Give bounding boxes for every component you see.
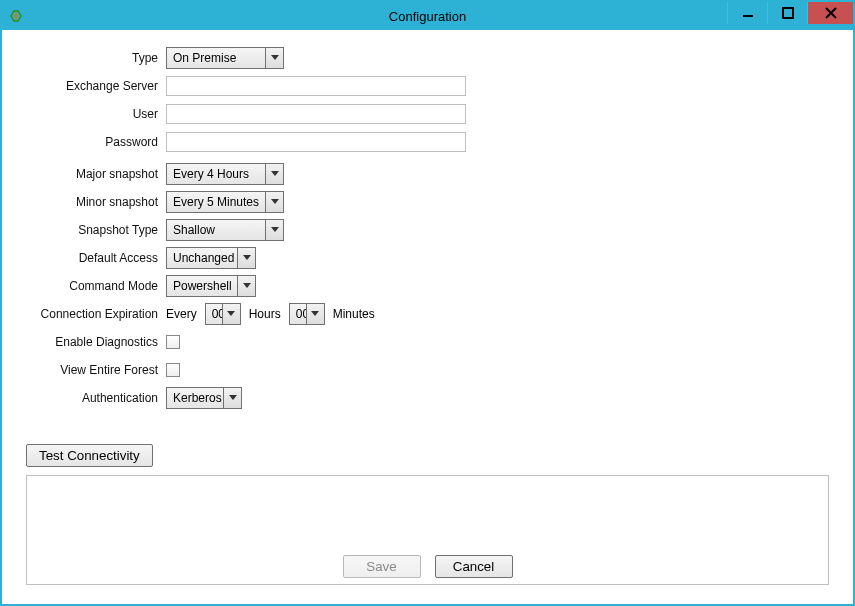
- default-access-select[interactable]: Unchanged: [166, 247, 256, 269]
- titlebar: Configuration: [2, 2, 853, 30]
- app-icon: [8, 8, 24, 24]
- svg-rect-1: [783, 8, 793, 18]
- chevron-down-icon: [237, 276, 255, 296]
- minor-snapshot-label: Minor snapshot: [26, 195, 166, 209]
- authentication-select[interactable]: Kerberos: [166, 387, 242, 409]
- snapshot-type-value: Shallow: [167, 220, 265, 240]
- password-label: Password: [26, 135, 166, 149]
- configuration-window: Configuration Type On Premise Ex: [0, 0, 855, 606]
- connection-minutes-select[interactable]: 00: [289, 303, 325, 325]
- close-icon: [825, 7, 837, 19]
- enable-diagnostics-checkbox[interactable]: [166, 335, 180, 349]
- view-entire-forest-checkbox[interactable]: [166, 363, 180, 377]
- connection-hours-text: Hours: [249, 307, 281, 321]
- user-input[interactable]: [166, 104, 466, 124]
- type-label: Type: [26, 51, 166, 65]
- connection-minutes-value: 00: [290, 304, 306, 324]
- type-select[interactable]: On Premise: [166, 47, 284, 69]
- connection-hours-select[interactable]: 00: [205, 303, 241, 325]
- major-snapshot-label: Major snapshot: [26, 167, 166, 181]
- save-button[interactable]: Save: [343, 555, 421, 578]
- cancel-button[interactable]: Cancel: [435, 555, 513, 578]
- connection-every-text: Every: [166, 307, 197, 321]
- major-snapshot-select[interactable]: Every 4 Hours: [166, 163, 284, 185]
- chevron-down-icon: [265, 48, 283, 68]
- enable-diagnostics-label: Enable Diagnostics: [26, 335, 166, 349]
- window-title: Configuration: [2, 9, 853, 24]
- minimize-icon: [742, 7, 754, 19]
- maximize-icon: [782, 7, 794, 19]
- default-access-label: Default Access: [26, 251, 166, 265]
- chevron-down-icon: [265, 192, 283, 212]
- chevron-down-icon: [222, 304, 240, 324]
- password-input[interactable]: [166, 132, 466, 152]
- connection-hours-value: 00: [206, 304, 222, 324]
- chevron-down-icon: [306, 304, 324, 324]
- default-access-value: Unchanged: [167, 248, 237, 268]
- chevron-down-icon: [265, 220, 283, 240]
- user-label: User: [26, 107, 166, 121]
- snapshot-type-select[interactable]: Shallow: [166, 219, 284, 241]
- connection-minutes-text: Minutes: [333, 307, 375, 321]
- exchange-server-input[interactable]: [166, 76, 466, 96]
- maximize-button[interactable]: [767, 2, 807, 24]
- window-controls: [727, 2, 853, 24]
- authentication-label: Authentication: [26, 391, 166, 405]
- minor-snapshot-value: Every 5 Minutes: [167, 192, 265, 212]
- command-mode-label: Command Mode: [26, 279, 166, 293]
- major-snapshot-value: Every 4 Hours: [167, 164, 265, 184]
- type-select-value: On Premise: [167, 48, 265, 68]
- chevron-down-icon: [265, 164, 283, 184]
- test-connectivity-button[interactable]: Test Connectivity: [26, 444, 153, 467]
- footer-buttons: Save Cancel: [2, 555, 853, 578]
- exchange-server-label: Exchange Server: [26, 79, 166, 93]
- svg-rect-0: [743, 15, 753, 17]
- minimize-button[interactable]: [727, 2, 767, 24]
- snapshot-type-label: Snapshot Type: [26, 223, 166, 237]
- command-mode-value: Powershell: [167, 276, 237, 296]
- close-button[interactable]: [807, 2, 853, 24]
- command-mode-select[interactable]: Powershell: [166, 275, 256, 297]
- view-entire-forest-label: View Entire Forest: [26, 363, 166, 377]
- chevron-down-icon: [237, 248, 255, 268]
- minor-snapshot-select[interactable]: Every 5 Minutes: [166, 191, 284, 213]
- connection-expiration-label: Connection Expiration: [26, 307, 166, 321]
- chevron-down-icon: [223, 388, 241, 408]
- authentication-value: Kerberos: [167, 388, 223, 408]
- client-area: Type On Premise Exchange Server User Pas…: [2, 30, 853, 604]
